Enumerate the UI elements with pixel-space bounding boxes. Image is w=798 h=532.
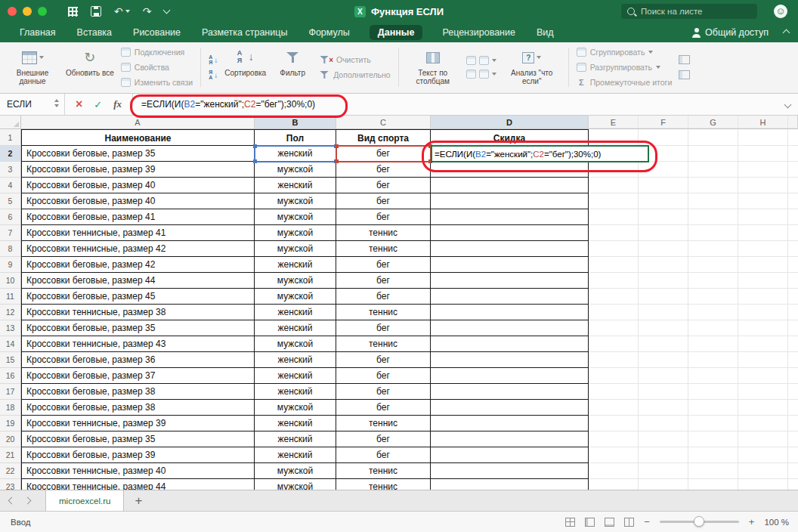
cell-A9[interactable]: Кроссовки беговые, размер 42 (21, 257, 255, 273)
cell-B23[interactable]: мужской (255, 479, 336, 490)
cell-A7[interactable]: Кроссовки теннисные, размер 41 (21, 225, 255, 241)
cell-A1[interactable]: Наименование (21, 129, 255, 146)
cell-F9[interactable] (639, 257, 688, 273)
cell-B10[interactable]: мужской (255, 273, 336, 289)
cell-E16[interactable] (589, 368, 639, 384)
column-header-B[interactable]: B (255, 116, 336, 128)
sort-ascending-button[interactable]: АЯ↓ (209, 54, 218, 66)
cell-G16[interactable] (688, 368, 738, 384)
cell-F4[interactable] (639, 178, 688, 193)
apps-grid-icon[interactable] (68, 7, 78, 17)
row-header-23[interactable]: 23 (0, 479, 21, 490)
cell-H2[interactable] (738, 146, 788, 162)
consolidate-icon[interactable] (466, 56, 476, 65)
cell-G20[interactable] (688, 431, 738, 447)
cell-E11[interactable] (589, 289, 639, 305)
cell-B4[interactable]: женский (255, 178, 336, 193)
undo-dropdown-icon[interactable] (125, 10, 130, 13)
cell-E22[interactable] (589, 463, 639, 479)
cancel-formula-icon[interactable]: × (76, 98, 82, 110)
toolbar-options-icon[interactable] (163, 7, 171, 14)
cell-A19[interactable]: Кроссовки теннисные, размер 39 (21, 416, 255, 431)
cell-F7[interactable] (639, 225, 688, 241)
row-header-22[interactable]: 22 (0, 463, 21, 479)
cell-H14[interactable] (738, 336, 788, 352)
cell-D16[interactable] (431, 368, 589, 384)
row-header-19[interactable]: 19 (0, 416, 21, 431)
cell-H10[interactable] (738, 273, 788, 289)
cell-B19[interactable]: женский (255, 416, 336, 431)
cell-G15[interactable] (688, 352, 738, 368)
cell-G12[interactable] (688, 305, 738, 320)
view-normal-icon[interactable] (585, 518, 595, 527)
share-button[interactable]: Общий доступ (691, 27, 769, 38)
sheet-nav-prev-icon[interactable] (8, 497, 16, 505)
cell-A21[interactable]: Кроссовки беговые, размер 39 (21, 447, 255, 463)
cell-C5[interactable]: бег (336, 193, 431, 209)
cell-G4[interactable] (688, 178, 738, 193)
cell-D17[interactable] (431, 384, 589, 400)
cell-C19[interactable]: теннис (336, 416, 431, 431)
cell-F14[interactable] (639, 336, 688, 352)
zoom-slider[interactable] (660, 521, 739, 523)
cell-F20[interactable] (639, 431, 688, 447)
cell-E19[interactable] (589, 416, 639, 431)
column-header-C[interactable]: C (336, 116, 431, 128)
cell-F3[interactable] (639, 162, 688, 178)
cell-E1[interactable] (589, 129, 639, 146)
filter-button[interactable]: Фильтр (273, 45, 312, 90)
cell-H6[interactable] (738, 209, 788, 225)
cell-F18[interactable] (639, 400, 688, 416)
cell-F12[interactable] (639, 305, 688, 320)
cell-C14[interactable]: теннис (336, 336, 431, 352)
ribbon-tab-7[interactable]: Рецензирование (441, 25, 517, 40)
cell-A8[interactable]: Кроссовки теннисные, размер 42 (21, 241, 255, 257)
cell-E7[interactable] (589, 225, 639, 241)
insert-function-icon[interactable]: fx (113, 98, 122, 110)
cell-H17[interactable] (738, 384, 788, 400)
cell-G9[interactable] (688, 257, 738, 273)
cell-C16[interactable]: бег (336, 368, 431, 384)
cell-E10[interactable] (589, 273, 639, 289)
remove-duplicates-icon[interactable] (479, 70, 489, 79)
cell-B17[interactable]: женский (255, 384, 336, 400)
cell-G22[interactable] (688, 463, 738, 479)
search-box[interactable] (621, 4, 757, 19)
cell-H3[interactable] (738, 162, 788, 178)
cell-A17[interactable]: Кроссовки беговые, размер 38 (21, 384, 255, 400)
sort-descending-button[interactable]: ЯА↓ (209, 69, 218, 81)
save-icon[interactable] (91, 6, 101, 17)
cell-E9[interactable] (589, 257, 639, 273)
cell-C4[interactable]: бег (336, 178, 431, 193)
cell-C21[interactable]: бег (336, 447, 431, 463)
cell-C10[interactable]: бег (336, 273, 431, 289)
row-header-17[interactable]: 17 (0, 384, 21, 400)
cell-H11[interactable] (738, 289, 788, 305)
undo-icon[interactable]: ↶ (114, 6, 123, 17)
cell-D18[interactable] (431, 400, 589, 416)
name-box-stepper[interactable] (54, 99, 59, 107)
cell-F16[interactable] (639, 368, 688, 384)
ribbon-tab-5[interactable]: Формулы (307, 25, 351, 40)
cell-A2[interactable]: Кроссовки беговые, размер 35 (21, 146, 255, 162)
cell-H1[interactable] (738, 129, 788, 146)
cell-A13[interactable]: Кроссовки беговые, размер 35 (21, 320, 255, 336)
cell-D5[interactable] (431, 193, 589, 209)
cell-H16[interactable] (738, 368, 788, 384)
group-button[interactable]: Сгруппировать (577, 46, 673, 58)
cell-F10[interactable] (639, 273, 688, 289)
row-header-8[interactable]: 8 (0, 241, 21, 257)
cell-D9[interactable] (431, 257, 589, 273)
cell-D13[interactable] (431, 320, 589, 336)
cell-C1[interactable]: Вид спорта (336, 129, 431, 146)
column-header-A[interactable]: A (21, 116, 255, 128)
cell-D2-editor[interactable]: =ЕСЛИ(И(B2="женский";C2="бег");30%;0) (431, 145, 649, 162)
cell-A6[interactable]: Кроссовки беговые, размер 41 (21, 209, 255, 225)
cell-B1[interactable]: Пол (255, 129, 336, 146)
cell-G17[interactable] (688, 384, 738, 400)
cell-C3[interactable]: бег (336, 162, 431, 178)
what-if-analysis-button[interactable]: ? Анализ "что если" (503, 45, 561, 90)
cell-B16[interactable]: женский (255, 368, 336, 384)
cell-B9[interactable]: женский (255, 257, 336, 273)
column-header-H[interactable]: H (738, 116, 788, 128)
